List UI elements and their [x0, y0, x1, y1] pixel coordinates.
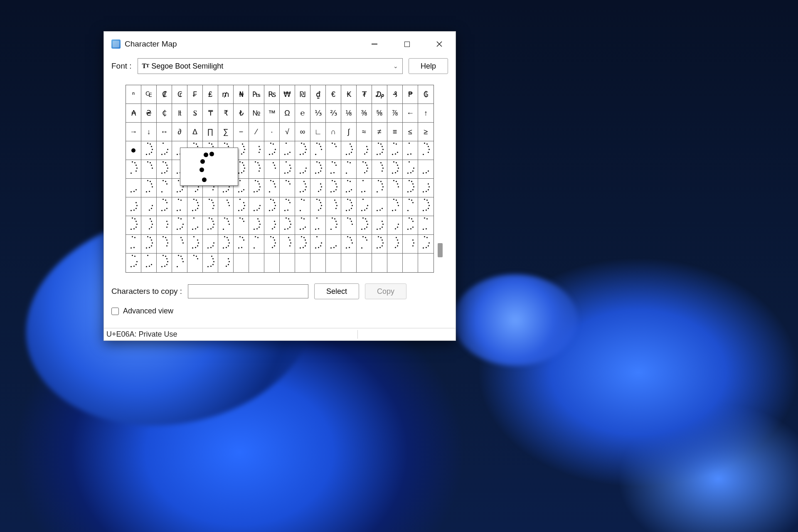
char-cell[interactable] — [418, 179, 433, 197]
char-cell[interactable] — [295, 254, 310, 272]
char-cell[interactable]: ∩ — [326, 123, 341, 141]
char-cell[interactable] — [249, 254, 264, 272]
char-cell[interactable] — [249, 179, 264, 197]
char-cell[interactable] — [218, 197, 234, 216]
char-cell[interactable] — [403, 235, 418, 254]
char-cell[interactable] — [187, 235, 203, 254]
char-cell[interactable] — [403, 197, 418, 216]
maximize-button[interactable] — [391, 32, 423, 57]
char-cell[interactable]: ₩ — [280, 85, 295, 104]
char-cell[interactable] — [326, 141, 341, 160]
char-cell[interactable] — [280, 197, 295, 216]
char-cell[interactable] — [310, 179, 326, 197]
char-cell[interactable] — [326, 216, 341, 235]
char-cell[interactable]: ∏ — [203, 123, 218, 141]
char-cell[interactable]: ⅓ — [310, 104, 326, 123]
char-cell[interactable]: ∂ — [172, 123, 187, 141]
char-cell[interactable]: ₱ — [403, 85, 418, 104]
char-cell[interactable] — [295, 197, 310, 216]
char-cell[interactable] — [187, 216, 203, 235]
char-cell[interactable]: ∫ — [341, 123, 357, 141]
char-cell[interactable] — [341, 235, 357, 254]
char-cell[interactable] — [264, 254, 280, 272]
char-cell[interactable] — [218, 235, 234, 254]
char-cell[interactable] — [141, 141, 157, 160]
char-cell[interactable]: ≤ — [403, 123, 418, 141]
character-grid[interactable]: ⁿ₠₡₢₣₤₥₦₧₨₩₪₫€₭₮₯₰₱₲₳₴₵₶₷₸₹₺№™Ω℮⅓⅔⅛⅜⅝⅞←↑… — [126, 85, 433, 272]
close-button[interactable] — [423, 32, 456, 57]
char-cell[interactable] — [264, 197, 280, 216]
char-cell[interactable] — [357, 216, 372, 235]
char-cell[interactable] — [126, 179, 141, 197]
char-cell[interactable] — [280, 141, 295, 160]
char-cell[interactable]: ⅝ — [372, 104, 387, 123]
char-cell[interactable]: ≈ — [357, 123, 372, 141]
char-cell[interactable] — [326, 179, 341, 197]
char-cell[interactable] — [249, 216, 264, 235]
char-cell[interactable] — [295, 160, 310, 179]
char-cell[interactable] — [203, 216, 218, 235]
char-cell[interactable] — [341, 254, 357, 272]
char-cell[interactable] — [234, 254, 249, 272]
char-cell[interactable] — [357, 235, 372, 254]
char-cell[interactable] — [141, 235, 157, 254]
char-cell[interactable] — [310, 197, 326, 216]
char-cell[interactable] — [203, 254, 218, 272]
char-cell[interactable]: ⅛ — [341, 104, 357, 123]
char-cell[interactable]: ₨ — [264, 85, 280, 104]
char-cell[interactable] — [141, 197, 157, 216]
char-cell[interactable] — [403, 141, 418, 160]
char-cell[interactable] — [403, 179, 418, 197]
char-cell[interactable]: ℮ — [295, 104, 310, 123]
char-cell[interactable] — [280, 216, 295, 235]
char-cell[interactable] — [357, 197, 372, 216]
char-cell[interactable] — [126, 197, 141, 216]
char-cell[interactable] — [341, 160, 357, 179]
char-cell[interactable] — [280, 160, 295, 179]
char-cell[interactable] — [372, 179, 387, 197]
char-cell[interactable] — [341, 216, 357, 235]
char-cell[interactable] — [403, 160, 418, 179]
char-cell[interactable] — [326, 254, 341, 272]
char-cell[interactable]: → — [126, 123, 141, 141]
char-cell[interactable]: ₡ — [157, 85, 172, 104]
char-cell[interactable] — [418, 197, 433, 216]
char-cell[interactable]: ∟ — [310, 123, 326, 141]
char-cell[interactable]: ₹ — [218, 104, 234, 123]
char-cell[interactable]: ↑ — [418, 104, 433, 123]
char-cell[interactable]: ₷ — [187, 104, 203, 123]
char-cell[interactable] — [341, 141, 357, 160]
char-cell[interactable] — [172, 197, 187, 216]
minimize-button[interactable] — [358, 32, 391, 57]
char-cell[interactable] — [357, 179, 372, 197]
char-cell[interactable] — [249, 235, 264, 254]
char-cell[interactable] — [157, 179, 172, 197]
advanced-view-checkbox[interactable] — [111, 308, 119, 315]
char-cell[interactable] — [203, 235, 218, 254]
char-cell[interactable]: ↔ — [157, 123, 172, 141]
char-cell[interactable]: ₶ — [172, 104, 187, 123]
char-cell[interactable] — [326, 197, 341, 216]
char-cell[interactable] — [264, 179, 280, 197]
char-cell[interactable] — [234, 216, 249, 235]
char-cell[interactable] — [249, 141, 264, 160]
char-cell[interactable] — [264, 235, 280, 254]
char-cell[interactable] — [372, 160, 387, 179]
char-cell[interactable]: ₥ — [218, 85, 234, 104]
select-button[interactable]: Select — [314, 283, 359, 299]
char-cell[interactable] — [157, 141, 172, 160]
char-cell[interactable] — [234, 197, 249, 216]
char-cell[interactable]: ₯ — [372, 85, 387, 104]
char-cell[interactable] — [310, 160, 326, 179]
char-cell[interactable] — [126, 254, 141, 272]
char-cell[interactable]: ₸ — [203, 104, 218, 123]
char-cell[interactable] — [372, 141, 387, 160]
char-cell[interactable] — [357, 160, 372, 179]
char-cell[interactable]: ₭ — [341, 85, 357, 104]
char-cell[interactable] — [326, 160, 341, 179]
char-cell[interactable] — [280, 235, 295, 254]
char-cell[interactable]: − — [234, 123, 249, 141]
char-cell[interactable] — [187, 197, 203, 216]
char-cell[interactable] — [157, 197, 172, 216]
char-cell[interactable] — [172, 254, 187, 272]
